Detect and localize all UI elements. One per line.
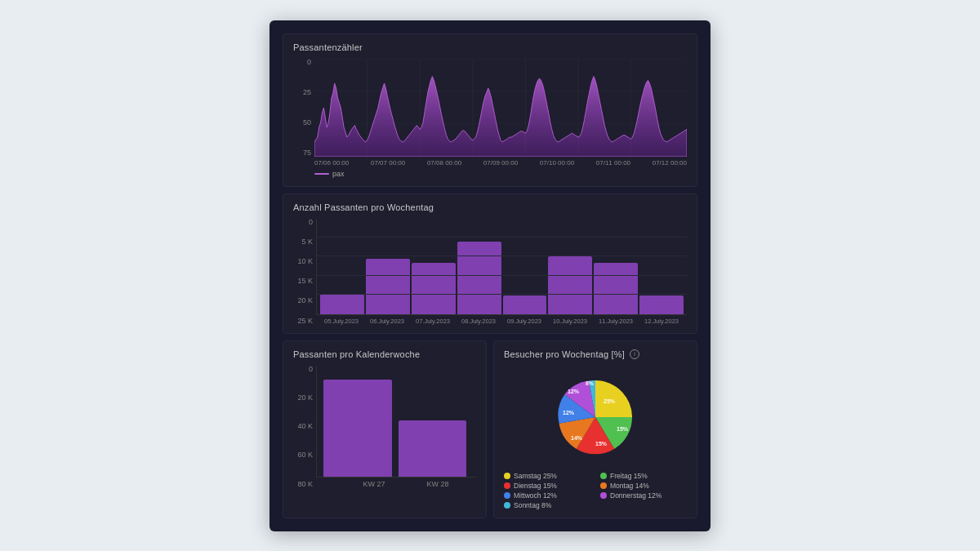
y-label-3: 0 <box>293 59 311 66</box>
bar-x-12july: 12.July.2023 <box>639 318 684 325</box>
bar-06july <box>366 259 410 314</box>
bar-x-05july: 05.July.2023 <box>319 318 363 325</box>
y-label-1: 50 <box>293 119 311 127</box>
x-label-5: 07/11 00:00 <box>596 159 630 167</box>
bar-x-08july: 08.July.2023 <box>457 318 501 325</box>
kw-bar-chart: 80 K 60 K 40 K 20 K 0 KW 27 KW 28 <box>293 366 476 488</box>
x-label-4: 07/10 00:00 <box>540 159 574 167</box>
line-chart-svg <box>314 59 687 157</box>
dot-freitag <box>600 473 607 479</box>
bar-07july <box>412 263 456 313</box>
x-label-0: 07/06 00:00 <box>314 159 349 167</box>
pie-chart-svg: 25% 15% 15% 14% 12% 12% 8% <box>550 372 640 462</box>
bar-08july <box>457 242 501 313</box>
kw-y-0: 0 <box>309 366 313 373</box>
line-chart-legend: pax <box>314 170 687 178</box>
legend-samstag: Samstag 25% <box>504 472 590 480</box>
info-icon[interactable]: i <box>630 349 639 359</box>
kw28-bar <box>399 420 467 477</box>
y-label-2: 25 <box>293 89 311 96</box>
pct-mittwoch: 12% <box>563 410 575 415</box>
dot-montag <box>600 482 607 489</box>
legend-montag-text: Montag 14% <box>610 482 649 490</box>
pie-section: 25% 15% 15% 14% 12% 12% 8% Samstag 25% <box>504 366 687 509</box>
pie-legend: Samstag 25% Freitag 15% Dienstag 15% Mon… <box>504 472 687 509</box>
bar-10july <box>548 256 592 313</box>
legend-freitag: Freitag 15% <box>600 472 687 480</box>
pct-freitag: 15% <box>617 426 629 432</box>
y-label-10k: 10 K <box>297 258 313 265</box>
bar-x-09july: 09.July.2023 <box>502 318 546 325</box>
x-label-1: 07/07 00:00 <box>371 159 405 167</box>
y-label-0: 75 <box>293 149 311 157</box>
dashboard: Passantenzähler 75 50 25 0 <box>270 20 710 531</box>
x-label-6: 07/12 00:00 <box>653 159 687 167</box>
anzahl-passanten-title: Anzahl Passanten pro Wochentag <box>293 202 687 212</box>
passantenzaehler-title: Passantenzähler <box>293 42 687 52</box>
bar-12july <box>639 295 684 314</box>
y-axis: 75 50 25 0 <box>293 59 311 157</box>
legend-donnerstag: Donnerstag 12% <box>600 491 687 500</box>
dot-sonntag <box>504 502 510 509</box>
legend-sonntag-text: Sonntag 8% <box>514 501 551 509</box>
bar-x-06july: 06.July.2023 <box>365 318 409 325</box>
pct-donnerstag: 12% <box>568 389 580 394</box>
dot-mittwoch <box>504 492 510 499</box>
y-label-0: 0 <box>309 219 313 226</box>
pct-dienstag: 15% <box>595 441 608 447</box>
y-label-5k: 5 K <box>301 238 313 246</box>
besucher-panel: Besucher pro Wochentag [%] i <box>493 340 697 518</box>
kw-y-40k: 40 K <box>297 423 313 430</box>
legend-mittwoch: Mittwoch 12% <box>504 491 590 500</box>
kw-panel: Passanten pro Kalenderwoche 80 K 60 K 40… <box>283 340 487 518</box>
pie-chart-wrapper: 25% 15% 15% 14% 12% 12% 8% <box>550 372 640 462</box>
dot-dienstag <box>504 482 510 489</box>
bar-chart-y-axis: 25 K 20 K 15 K 10 K 5 K 0 <box>293 219 316 325</box>
x-label-2: 07/08 00:00 <box>427 159 461 167</box>
bar-x-labels: 05.July.2023 06.July.2023 07.July.2023 0… <box>316 315 687 325</box>
kw27-bar <box>323 380 392 477</box>
legend-line-icon <box>314 173 329 175</box>
y-label-20k: 20 K <box>297 297 313 304</box>
bottom-row: Passanten pro Kalenderwoche 80 K 60 K 40… <box>283 340 697 518</box>
kw-bars <box>316 366 476 478</box>
pct-sonntag: 8% <box>586 380 595 386</box>
weekly-bar-chart: 25 K 20 K 15 K 10 K 5 K 0 <box>293 219 687 325</box>
bar-x-11july: 11.July.2023 <box>594 318 638 325</box>
kw27-label: KW 27 <box>345 480 403 488</box>
legend-samstag-text: Samstag 25% <box>514 472 557 480</box>
bar-05july <box>320 294 364 314</box>
kw-y-80k: 80 K <box>297 481 313 488</box>
bar-11july <box>594 263 638 313</box>
kw28-label: KW 28 <box>409 480 466 488</box>
y-label-15k: 15 K <box>297 278 313 285</box>
besucher-title-row: Besucher pro Wochentag [%] i <box>504 349 687 359</box>
line-chart: 75 50 25 0 <box>293 59 687 157</box>
dot-samstag <box>504 473 510 479</box>
x-axis-labels: 07/06 00:00 07/07 00:00 07/08 00:00 07/0… <box>314 159 687 167</box>
legend-donnerstag-text: Donnerstag 12% <box>610 491 662 500</box>
legend-montag: Montag 14% <box>600 482 687 490</box>
legend-label: pax <box>332 170 345 178</box>
bar-chart-main: 05.July.2023 06.July.2023 07.July.2023 0… <box>316 219 687 325</box>
dot-donnerstag <box>600 492 607 499</box>
bar-09july <box>503 295 547 314</box>
bar-x-10july: 10.July.2023 <box>548 318 592 325</box>
y-label-25k: 25 K <box>297 318 313 325</box>
pct-montag: 14% <box>571 435 583 441</box>
besucher-title: Besucher pro Wochentag [%] <box>504 349 625 359</box>
kw-x-labels: KW 27 KW 28 <box>316 478 476 488</box>
legend-freitag-text: Freitag 15% <box>610 472 648 480</box>
kw-y-axis: 80 K 60 K 40 K 20 K 0 <box>293 366 316 488</box>
x-label-3: 07/09 00:00 <box>483 159 518 167</box>
legend-dienstag: Dienstag 15% <box>504 482 590 490</box>
kw-title: Passanten pro Kalenderwoche <box>293 349 476 359</box>
pct-samstag: 25% <box>604 398 616 404</box>
bar-x-07july: 07.July.2023 <box>411 318 455 325</box>
legend-mittwoch-text: Mittwoch 12% <box>514 491 557 500</box>
kw-y-20k: 20 K <box>297 394 313 402</box>
bars-area <box>316 219 687 315</box>
kw-y-60k: 60 K <box>297 451 313 459</box>
line-chart-svg-wrapper <box>314 59 687 157</box>
legend-dienstag-text: Dienstag 15% <box>514 482 557 490</box>
